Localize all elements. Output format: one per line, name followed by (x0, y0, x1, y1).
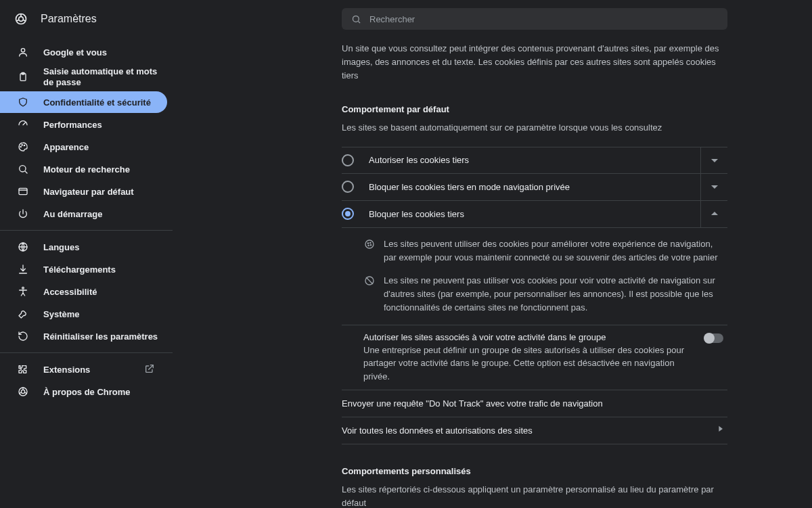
custom-behaviors-title: Comportements personnalisés (342, 466, 727, 476)
person-icon (16, 47, 30, 57)
block-icon (363, 274, 376, 315)
sidebar-item-search[interactable]: Moteur de recherche (0, 158, 167, 180)
radio-button[interactable] (342, 181, 354, 193)
page-title: Paramètres (41, 13, 97, 25)
svg-point-14 (21, 390, 24, 393)
see-all-site-data-label: Voir toutes les données et autorisations… (342, 425, 533, 436)
chevron-right-icon (718, 425, 727, 436)
sidebar-item-google[interactable]: Google et vous (0, 41, 167, 63)
svg-point-19 (370, 245, 371, 246)
external-link-icon (144, 363, 155, 376)
dnt-row[interactable]: Envoyer une requête "Do Not Track" avec … (342, 390, 727, 417)
radio-label: Bloquer les cookies tiers (369, 209, 464, 219)
cookie-icon (363, 237, 376, 264)
sidebar-item-label: Système (43, 309, 79, 319)
sidebar-item-label: Réinitialiser les paramètres (43, 331, 158, 342)
search-icon (16, 164, 30, 175)
radio-button[interactable] (342, 208, 354, 220)
palette-icon (16, 141, 30, 152)
speed-icon (16, 119, 30, 130)
chevron-down-icon[interactable] (700, 147, 727, 174)
sidebar-item-label: Moteur de recherche (43, 164, 130, 175)
sidebar-item-label: Accessibilité (43, 287, 97, 297)
svg-point-1 (19, 17, 24, 22)
sidebar-item-label: Performances (43, 120, 102, 130)
dnt-label: Envoyer une requête "Do Not Track" avec … (342, 398, 603, 409)
reset-icon (16, 331, 30, 342)
sidebar-item-appearance[interactable]: Apparence (0, 136, 167, 158)
sidebar-item-extensions[interactable]: Extensions (0, 359, 167, 380)
sidebar-item-autofill[interactable]: Saisie automatique et mots de passe (0, 64, 167, 91)
sidebar-item-reset[interactable]: Réinitialiser les paramètres (0, 325, 167, 347)
sidebar-item-languages[interactable]: Langues (0, 236, 167, 258)
svg-point-9 (20, 166, 26, 172)
sidebar-divider (0, 230, 173, 231)
info-text: Les sites ne peuvent pas utiliser vos co… (384, 274, 727, 315)
sidebar-divider (0, 352, 173, 353)
svg-point-16 (367, 243, 368, 244)
sidebar-item-about[interactable]: À propos de Chrome (0, 381, 167, 402)
info-text: Les sites peuvent utiliser des cookies p… (384, 237, 727, 264)
sidebar-item-label: Google et vous (43, 47, 107, 57)
default-behavior-desc: Les sites se basent automatiquement sur … (342, 121, 727, 135)
sidebar-item-privacy[interactable]: Confidentialité et sécurité (0, 91, 167, 113)
power-icon (16, 208, 30, 219)
svg-point-2 (353, 16, 359, 22)
svg-point-17 (370, 242, 371, 243)
sidebar-item-perf[interactable]: Performances (0, 114, 167, 135)
custom-behaviors-desc: Les sites répertoriés ci-dessous appliqu… (342, 483, 727, 508)
sidebar-item-default[interactable]: Navigateur par défaut (0, 181, 167, 202)
svg-point-7 (22, 145, 22, 145)
radio-block-body: Les sites peuvent utiliser des cookies p… (342, 228, 727, 325)
svg-point-6 (20, 146, 21, 147)
search-bar[interactable] (342, 8, 727, 30)
default-behavior-title: Comportement par défaut (342, 104, 727, 114)
see-all-site-data-row[interactable]: Voir toutes les données et autorisations… (342, 417, 727, 444)
sidebar-item-downloads[interactable]: Téléchargements (0, 258, 167, 280)
download-icon (16, 264, 30, 275)
search-input[interactable] (369, 14, 718, 24)
sidebar-item-label: Apparence (43, 142, 89, 152)
browser-icon (16, 186, 30, 197)
svg-point-8 (24, 145, 24, 145)
radio-allow[interactable]: Autoriser les cookies tiers (342, 147, 727, 174)
sidebar-item-label: Confidentialité et sécurité (43, 97, 151, 108)
sidebar-item-label: Extensions (43, 365, 90, 375)
svg-point-15 (365, 240, 374, 248)
chevron-down-icon[interactable] (700, 173, 727, 200)
radio-label: Bloquer les cookies tiers en mode naviga… (369, 182, 570, 192)
sidebar-item-label: Langues (43, 242, 79, 252)
wrench-icon (16, 308, 30, 319)
radio-label: Autoriser les cookies tiers (369, 155, 469, 165)
sidebar-item-a11y[interactable]: Accessibilité (0, 281, 167, 302)
globe-icon (16, 241, 30, 252)
sidebar-item-label: Navigateur par défaut (43, 187, 134, 197)
group-activity-toggle[interactable] (704, 333, 723, 343)
radio-button[interactable] (342, 154, 354, 166)
a11y-icon (16, 286, 30, 297)
main-content: Un site que vous consultez peut intégrer… (342, 38, 727, 508)
chevron-up-icon[interactable] (700, 200, 727, 227)
radio-block[interactable]: Bloquer les cookies tiers (342, 201, 727, 228)
sidebar-item-label: Téléchargements (43, 264, 116, 275)
group-activity-title: Autoriser les sites associés à voir votr… (363, 332, 694, 342)
intro-text: Un site que vous consultez peut intégrer… (342, 42, 727, 83)
radio-blockp[interactable]: Bloquer les cookies tiers en mode naviga… (342, 174, 727, 201)
chrome-icon (16, 386, 30, 397)
group-activity-desc: Une entreprise peut définir un groupe de… (363, 344, 694, 384)
chrome-settings-icon (14, 11, 28, 26)
shield-icon (16, 97, 30, 108)
group-activity-toggle-row: Autoriser les sites associés à voir votr… (342, 325, 727, 391)
clipboard-icon (16, 72, 30, 83)
sidebar-item-system[interactable]: Système (0, 303, 167, 325)
sidebar-item-label: À propos de Chrome (43, 387, 131, 397)
svg-rect-10 (19, 188, 27, 194)
search-icon (351, 14, 361, 24)
puzzle-icon (16, 364, 30, 375)
svg-point-18 (368, 245, 369, 246)
svg-point-12 (22, 287, 24, 289)
svg-point-3 (21, 49, 24, 52)
sidebar: Google et vousSaisie automatique et mots… (0, 38, 173, 508)
sidebar-item-label: Au démarrage (43, 209, 102, 219)
sidebar-item-startup[interactable]: Au démarrage (0, 203, 167, 225)
